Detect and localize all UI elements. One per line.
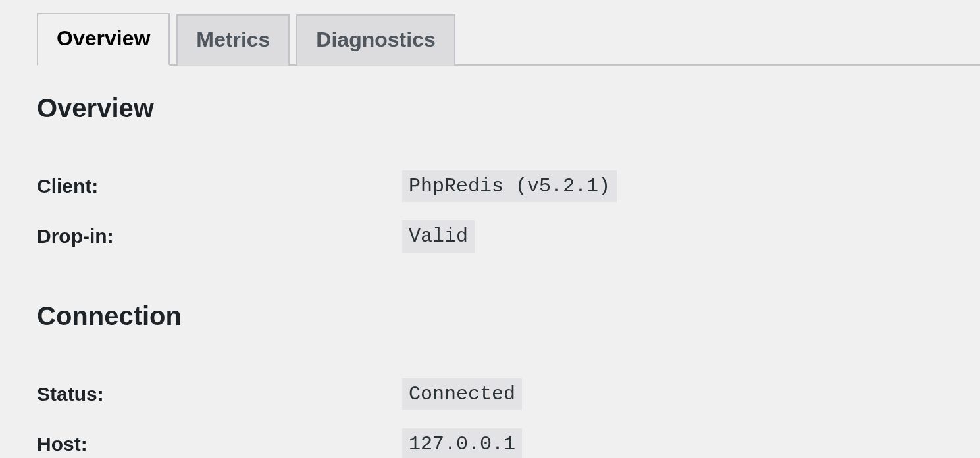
row-dropin: Drop-in: Valid xyxy=(37,211,980,262)
label-host: Host: xyxy=(37,419,402,458)
settings-panel: Overview Metrics Diagnostics Overview Cl… xyxy=(0,0,980,458)
label-status: Status: xyxy=(37,369,402,420)
connection-table: Status: Connected Host: 127.0.0.1 xyxy=(37,369,980,458)
label-dropin: Drop-in: xyxy=(37,211,402,262)
section-title-connection: Connection xyxy=(37,301,980,331)
section-title-overview: Overview xyxy=(37,93,980,123)
tab-metrics[interactable]: Metrics xyxy=(176,14,290,66)
overview-table: Client: PhpRedis (v5.2.1) Drop-in: Valid xyxy=(37,161,980,262)
value-client: PhpRedis (v5.2.1) xyxy=(402,170,617,203)
row-client: Client: PhpRedis (v5.2.1) xyxy=(37,161,980,212)
value-host: 127.0.0.1 xyxy=(402,428,522,458)
row-host: Host: 127.0.0.1 xyxy=(37,419,980,458)
tab-diagnostics[interactable]: Diagnostics xyxy=(296,14,455,66)
value-status: Connected xyxy=(402,378,522,411)
tab-overview[interactable]: Overview xyxy=(37,13,170,66)
value-dropin: Valid xyxy=(402,220,475,253)
label-client: Client: xyxy=(37,161,402,212)
tab-bar: Overview Metrics Diagnostics xyxy=(37,12,980,66)
row-status: Status: Connected xyxy=(37,369,980,420)
